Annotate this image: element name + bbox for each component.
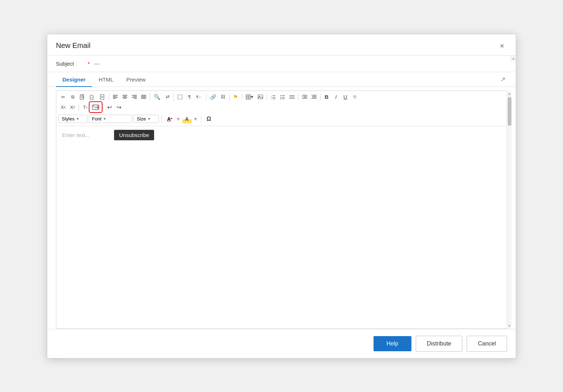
toolbar: ✂ ⧉ T W [56, 91, 507, 126]
table-button[interactable]: ▾ [244, 93, 256, 101]
svg-text:W: W [101, 96, 103, 98]
cut-button[interactable]: ✂ [58, 93, 68, 101]
dialog-header: New Email × [47, 34, 516, 56]
font-color-button[interactable]: A [165, 115, 174, 123]
sep-13 [201, 115, 201, 123]
link-button[interactable]: 🔗 [208, 93, 218, 101]
tabs-row: Designer HTML Preview ↗ [47, 72, 516, 87]
align-left-button[interactable] [111, 93, 120, 101]
sep-7 [267, 93, 267, 101]
sep-4 [206, 93, 206, 101]
underline-button[interactable]: U [341, 92, 350, 101]
sep-11 [103, 103, 103, 111]
subscript-button[interactable]: X2 [58, 103, 68, 111]
bidi-ltr-button[interactable]: ¶← [194, 93, 205, 101]
highlight-arrow[interactable]: ▼ [193, 116, 198, 122]
redo-button[interactable]: ↪ [114, 102, 123, 112]
ul-button[interactable] [278, 93, 287, 101]
dialog-footer: Help Distribute Cancel [47, 329, 516, 358]
sep-1 [109, 93, 109, 101]
tab-preview[interactable]: Preview [120, 72, 152, 87]
strikethrough-button[interactable]: S [350, 93, 359, 101]
find-button[interactable]: 🔍 [152, 92, 163, 102]
distribute-button[interactable]: Distribute [416, 336, 463, 352]
sep-5 [229, 93, 230, 101]
svg-text:3.: 3. [271, 98, 272, 100]
editor-area: ✂ ⧉ T W [56, 91, 507, 329]
bold-button[interactable]: B [322, 92, 331, 101]
sep-9 [320, 93, 320, 101]
svg-text:T: T [91, 97, 92, 99]
superscript-button[interactable]: X2 [68, 103, 77, 111]
unsubscribe-button[interactable] [90, 102, 101, 112]
size-dropdown[interactable]: Size ▼ [134, 115, 159, 123]
editor-placeholder: Enter text... [62, 132, 90, 138]
tab-designer[interactable]: Designer [56, 72, 92, 87]
editor-body[interactable]: Enter text... [56, 126, 507, 329]
sep-10 [79, 103, 79, 111]
font-dropdown[interactable]: Font ▼ [89, 115, 132, 123]
unlink-button[interactable]: ⛓ [218, 93, 228, 101]
sep-3 [174, 93, 174, 101]
select-all-button[interactable] [175, 93, 185, 101]
show-blocks-button[interactable]: ¶ [185, 93, 194, 101]
svg-rect-25 [178, 95, 182, 99]
copy-button[interactable]: ⧉ [68, 93, 77, 101]
font-color-arrow[interactable]: ▼ [176, 116, 181, 122]
image-button[interactable] [256, 93, 265, 101]
ol-button[interactable]: 1.2.3. [269, 93, 278, 101]
toolbar-row-2: X2 X2 Tx ↩ ↪ [58, 102, 505, 112]
align-center-button[interactable] [120, 93, 130, 101]
outdent-button[interactable] [309, 93, 319, 101]
svg-point-38 [280, 95, 281, 96]
help-button[interactable]: Help [374, 336, 411, 351]
font-dropdown-arrow: ▼ [103, 117, 106, 121]
remove-format-button[interactable]: Tx [80, 103, 90, 111]
styles-dropdown-arrow: ▼ [76, 117, 79, 121]
indent-button[interactable] [300, 93, 309, 101]
subject-value: --- [94, 61, 100, 67]
size-dropdown-arrow: ▼ [147, 117, 151, 121]
cancel-button[interactable]: Cancel [467, 336, 507, 352]
align-justify-button[interactable] [139, 93, 148, 101]
blockquote-button[interactable] [287, 93, 297, 101]
sep-8 [298, 93, 298, 101]
paste-word-button[interactable]: W [97, 93, 108, 101]
flag-button[interactable]: ⚑ [231, 92, 240, 102]
close-button[interactable]: × [497, 41, 507, 51]
sep-6 [242, 93, 242, 101]
new-email-dialog: New Email × ▲ Subject * --- Designer HTM… [47, 34, 516, 358]
subject-label: Subject [56, 61, 85, 67]
paste-text-button[interactable]: T [87, 93, 97, 101]
replace-button[interactable]: ⇄ [163, 93, 172, 101]
special-chars-button[interactable]: Ω [204, 114, 214, 124]
sep-12 [162, 115, 162, 123]
svg-rect-30 [258, 95, 263, 99]
toolbar-row-3: Styles ▼ Font ▼ Size ▼ A ▼ A ▼ [58, 113, 505, 124]
tab-html[interactable]: HTML [92, 72, 120, 87]
subject-row: Subject * --- [47, 56, 516, 72]
svg-point-42 [280, 98, 281, 99]
highlight-button[interactable]: A [182, 115, 192, 123]
toolbar-row-1: ✂ ⧉ T W [58, 92, 505, 102]
required-indicator: * [88, 61, 90, 67]
sep-2 [150, 93, 150, 101]
align-right-button[interactable] [130, 93, 139, 101]
paste-button[interactable] [77, 93, 87, 101]
undo-button[interactable]: ↩ [105, 102, 114, 112]
italic-button[interactable]: I [331, 92, 341, 101]
expand-icon[interactable]: ↗ [499, 72, 507, 86]
scrollbar[interactable]: ▲ ▼ [507, 91, 512, 329]
dialog-title: New Email [56, 41, 91, 50]
svg-point-40 [280, 97, 281, 97]
styles-dropdown[interactable]: Styles ▼ [58, 115, 87, 123]
